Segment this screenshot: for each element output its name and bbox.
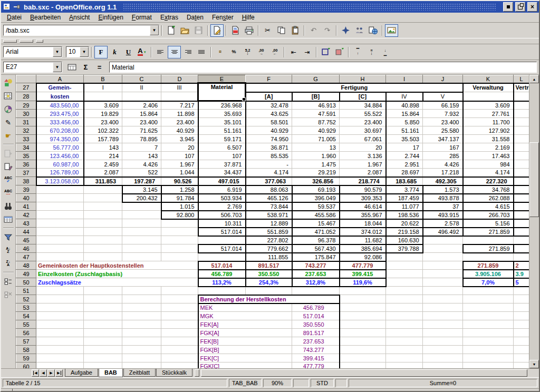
row-header-53[interactable]: 53 [16, 303, 36, 312]
cell-D47[interactable] [161, 253, 198, 261]
align-top-button[interactable]: ▔↑ [351, 46, 364, 58]
row-header-45[interactable]: 45 [16, 236, 36, 244]
cell-F28[interactable]: [A] [246, 92, 292, 101]
row-header-35[interactable]: 35 [16, 152, 36, 160]
titlebar[interactable]: bab.sxc - OpenOffice.org 1.1 × [1, 1, 539, 13]
cell-C58[interactable] [122, 346, 161, 354]
cell-E32[interactable]: 51.161 [198, 126, 246, 135]
cell-A41[interactable] [36, 202, 84, 211]
decrease-indent-button[interactable]: ⇤ [287, 46, 300, 58]
cell-D33[interactable]: 3.945 [161, 135, 198, 143]
datasources-button[interactable] [2, 213, 15, 226]
cell-B52[interactable] [84, 295, 122, 303]
cell-J59[interactable] [423, 354, 463, 362]
cell-H56[interactable] [340, 329, 386, 337]
cell-I41[interactable]: 11.077 [386, 202, 423, 211]
cell-F45[interactable]: 227.802 [246, 236, 292, 244]
cell-I43[interactable]: 20.622 [386, 219, 423, 228]
row-header-38[interactable]: 38 [16, 177, 36, 185]
cell-H47[interactable]: 92.086 [340, 253, 386, 261]
cell-L43[interactable] [514, 219, 529, 228]
cell-H32[interactable]: 30.697 [340, 126, 386, 135]
cell-D46[interactable] [161, 244, 198, 253]
cell-L45[interactable] [514, 236, 529, 244]
row-header-59[interactable]: 59 [16, 354, 36, 362]
borders-button[interactable] [319, 46, 332, 58]
percent-format-button[interactable]: % [227, 46, 240, 58]
cell-A55[interactable] [36, 320, 84, 329]
cell-F37[interactable]: 4.174 [246, 169, 292, 177]
cell-C52[interactable] [122, 295, 161, 303]
column-header-I[interactable]: I [386, 75, 423, 83]
cell-G57[interactable]: 237.653 [292, 337, 340, 346]
cell-K36[interactable]: 984 [463, 160, 514, 169]
cell-F38[interactable]: 377.063 [246, 177, 292, 185]
cell-F50[interactable]: 254,3% [246, 278, 292, 287]
cell-B36[interactable]: 2.459 [84, 160, 122, 169]
cell-J48[interactable] [423, 261, 463, 270]
column-header-C[interactable]: C [122, 75, 161, 83]
cell-I31[interactable]: 5.850 [386, 118, 423, 126]
cell-H34[interactable]: 20 [340, 143, 386, 152]
cell-E45[interactable] [198, 236, 246, 244]
cell-L46[interactable] [514, 244, 529, 253]
bold-button[interactable]: F [94, 46, 108, 58]
cell-D29[interactable]: 7.217 [161, 101, 198, 110]
cell-F27[interactable]: Fertigung [246, 83, 463, 92]
align-justify-button[interactable] [195, 46, 208, 58]
cell-G51[interactable] [292, 287, 340, 295]
cell-A44[interactable] [36, 228, 84, 236]
cell-J51[interactable] [423, 287, 463, 295]
cell-H42[interactable]: 355.967 [340, 211, 386, 219]
row-header-42[interactable]: 42 [16, 211, 36, 219]
cell-K41[interactable]: 4.615 [463, 202, 514, 211]
cell-I39[interactable]: 3.774 [386, 185, 423, 194]
cell-I59[interactable] [386, 354, 423, 362]
cell-H39[interactable]: 90.579 [340, 185, 386, 194]
cell-G38[interactable]: 326.856 [292, 177, 340, 185]
cell-I28[interactable]: IV [386, 92, 423, 101]
cell-D56[interactable] [161, 329, 198, 337]
cell-E55[interactable]: FEK[A] [198, 320, 292, 329]
cell-A34[interactable]: 56.777,00 [36, 143, 84, 152]
name-box[interactable]: E27 ▼ [3, 62, 62, 73]
cell-A37[interactable]: 126.789,00 [36, 169, 84, 177]
cell-G41[interactable]: 59.537 [292, 202, 340, 211]
cell-F31[interactable]: 58.501 [246, 118, 292, 126]
cell-F43[interactable]: 12.889 [246, 219, 292, 228]
cell-E60[interactable]: FGK[C] [198, 362, 292, 369]
cell-A46[interactable] [36, 244, 84, 253]
cell-F51[interactable] [246, 287, 292, 295]
cell-E53[interactable]: MEK [198, 303, 292, 312]
autoformat-button[interactable] [2, 147, 15, 160]
cell-E56[interactable]: FGK[A] [198, 329, 292, 337]
cell-G43[interactable]: 15.467 [292, 219, 340, 228]
cell-J55[interactable] [423, 320, 463, 329]
cell-L58[interactable] [514, 346, 529, 354]
cell-K40[interactable]: 262.088 [463, 194, 514, 202]
cell-B31[interactable]: 23.400 [84, 118, 122, 126]
cell-J44[interactable]: 496.492 [423, 228, 463, 236]
cell-B53[interactable] [84, 303, 122, 312]
group-button[interactable] [2, 275, 15, 288]
app-icon[interactable] [3, 3, 11, 11]
pin-icon[interactable] [13, 3, 21, 11]
cell-D28[interactable] [161, 92, 198, 101]
cell-J41[interactable]: 37 [423, 202, 463, 211]
cell-A52[interactable] [36, 295, 84, 303]
cell-F36[interactable]: - [246, 160, 292, 169]
cell-L44[interactable] [514, 228, 529, 236]
row-header-33[interactable]: 33 [16, 135, 36, 143]
cell-H28[interactable]: [C] [340, 92, 386, 101]
cell-B56[interactable] [84, 329, 122, 337]
cell-B38[interactable]: 311.853 [84, 177, 122, 185]
menu-ansicht[interactable]: Ansicht [65, 13, 94, 22]
column-header-K[interactable]: K [463, 75, 514, 83]
cell-F29[interactable]: 32.478 [246, 101, 292, 110]
cell-I52[interactable] [386, 295, 423, 303]
cell-G33[interactable]: 71.005 [292, 135, 340, 143]
cell-K27[interactable]: Verwaltung [463, 83, 514, 92]
cell-F35[interactable]: 85.535 [246, 152, 292, 160]
form-controls-button[interactable]: ☛ [2, 129, 15, 142]
cell-C41[interactable] [122, 202, 161, 211]
